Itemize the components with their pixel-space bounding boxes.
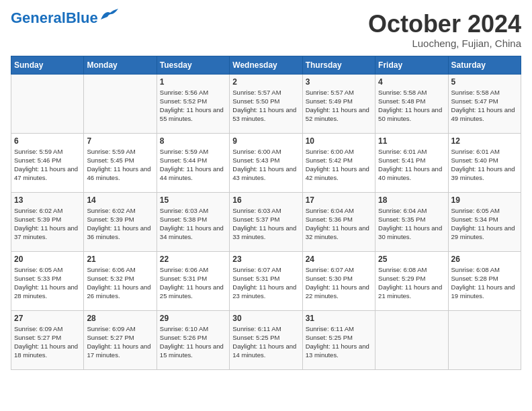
- calendar-cell: [375, 310, 448, 369]
- day-daylight: Daylight: 11 hours and 22 minutes.: [306, 283, 369, 300]
- day-sunset: Sunset: 5:29 PM: [378, 275, 425, 282]
- day-sunrise: Sunrise: 5:57 AM: [232, 89, 281, 96]
- day-daylight: Daylight: 11 hours and 28 minutes.: [14, 283, 78, 300]
- day-sunset: Sunset: 5:42 PM: [306, 156, 353, 164]
- day-number: 17: [306, 195, 372, 205]
- day-sunset: Sunset: 5:27 PM: [87, 334, 134, 341]
- calendar-body: 1 Sunrise: 5:56 AM Sunset: 5:52 PM Dayli…: [11, 74, 521, 369]
- day-daylight: Daylight: 11 hours and 15 minutes.: [160, 342, 224, 359]
- calendar-cell: 14 Sunrise: 6:02 AM Sunset: 5:39 PM Dayl…: [84, 192, 157, 251]
- day-sunrise: Sunrise: 6:11 AM: [232, 325, 281, 332]
- weekday-header: Thursday: [302, 56, 375, 74]
- day-sunrise: Sunrise: 5:59 AM: [87, 148, 135, 155]
- day-daylight: Daylight: 11 hours and 36 minutes.: [87, 224, 150, 240]
- day-sunset: Sunset: 5:30 PM: [306, 275, 353, 282]
- day-number: 1: [160, 77, 226, 87]
- title-block: October 2024 Luocheng, Fujian, China: [368, 11, 521, 49]
- calendar-cell: [448, 310, 521, 369]
- day-daylight: Daylight: 11 hours and 13 minutes.: [306, 342, 369, 359]
- calendar-cell: 23 Sunrise: 6:07 AM Sunset: 5:31 PM Dayl…: [230, 251, 302, 310]
- day-daylight: Daylight: 11 hours and 37 minutes.: [14, 224, 78, 240]
- day-daylight: Daylight: 11 hours and 46 minutes.: [87, 165, 150, 181]
- day-sunset: Sunset: 5:28 PM: [451, 275, 498, 282]
- day-sunset: Sunset: 5:38 PM: [160, 216, 207, 223]
- day-number: 8: [160, 136, 226, 146]
- calendar-cell: 15 Sunrise: 6:03 AM Sunset: 5:38 PM Dayl…: [157, 192, 229, 251]
- day-sunset: Sunset: 5:43 PM: [232, 156, 279, 164]
- day-sunrise: Sunrise: 5:59 AM: [14, 148, 62, 155]
- day-number: 31: [306, 314, 372, 323]
- calendar-cell: 2 Sunrise: 5:57 AM Sunset: 5:50 PM Dayli…: [230, 74, 302, 133]
- calendar-cell: 27 Sunrise: 6:09 AM Sunset: 5:27 PM Dayl…: [11, 310, 84, 369]
- day-sunset: Sunset: 5:34 PM: [451, 216, 498, 223]
- day-number: 10: [306, 136, 372, 146]
- calendar-cell: 26 Sunrise: 6:08 AM Sunset: 5:28 PM Dayl…: [448, 251, 521, 310]
- calendar-week-row: 13 Sunrise: 6:02 AM Sunset: 5:39 PM Dayl…: [11, 192, 521, 251]
- day-daylight: Daylight: 11 hours and 44 minutes.: [160, 165, 224, 181]
- calendar-cell: 16 Sunrise: 6:03 AM Sunset: 5:37 PM Dayl…: [230, 192, 302, 251]
- day-sunset: Sunset: 5:44 PM: [160, 156, 207, 164]
- calendar-table: SundayMondayTuesdayWednesdayThursdayFrid…: [11, 56, 521, 370]
- day-sunset: Sunset: 5:26 PM: [160, 334, 207, 341]
- day-number: 25: [378, 255, 445, 264]
- day-sunrise: Sunrise: 6:09 AM: [87, 325, 135, 332]
- day-daylight: Daylight: 11 hours and 53 minutes.: [232, 106, 296, 122]
- calendar-cell: 20 Sunrise: 6:05 AM Sunset: 5:33 PM Dayl…: [11, 251, 84, 310]
- calendar-cell: 3 Sunrise: 5:57 AM Sunset: 5:49 PM Dayli…: [302, 74, 375, 133]
- day-sunrise: Sunrise: 6:07 AM: [306, 266, 354, 273]
- day-number: 4: [378, 77, 445, 87]
- day-sunrise: Sunrise: 6:05 AM: [14, 266, 62, 273]
- calendar-cell: 31 Sunrise: 6:11 AM Sunset: 5:25 PM Dayl…: [302, 310, 375, 369]
- day-number: 23: [232, 255, 299, 264]
- day-sunset: Sunset: 5:47 PM: [451, 97, 498, 105]
- calendar-cell: 11 Sunrise: 6:01 AM Sunset: 5:41 PM Dayl…: [375, 133, 448, 192]
- day-sunset: Sunset: 5:27 PM: [14, 334, 61, 341]
- day-number: 28: [87, 314, 153, 323]
- calendar-cell: 9 Sunrise: 6:00 AM Sunset: 5:43 PM Dayli…: [230, 133, 302, 192]
- day-sunrise: Sunrise: 6:07 AM: [232, 266, 281, 273]
- calendar-cell: 21 Sunrise: 6:06 AM Sunset: 5:32 PM Dayl…: [84, 251, 157, 310]
- day-sunrise: Sunrise: 6:00 AM: [232, 148, 281, 155]
- day-daylight: Daylight: 11 hours and 19 minutes.: [451, 283, 515, 300]
- calendar-cell: 25 Sunrise: 6:08 AM Sunset: 5:29 PM Dayl…: [375, 251, 448, 310]
- day-daylight: Daylight: 11 hours and 26 minutes.: [87, 283, 150, 300]
- day-number: 18: [378, 195, 445, 205]
- day-daylight: Daylight: 11 hours and 18 minutes.: [14, 342, 78, 359]
- day-number: 26: [451, 255, 518, 264]
- day-daylight: Daylight: 11 hours and 50 minutes.: [378, 106, 442, 122]
- calendar-cell: 30 Sunrise: 6:11 AM Sunset: 5:25 PM Dayl…: [230, 310, 302, 369]
- day-sunset: Sunset: 5:32 PM: [87, 275, 134, 282]
- calendar-week-row: 20 Sunrise: 6:05 AM Sunset: 5:33 PM Dayl…: [11, 251, 521, 310]
- calendar-cell: 18 Sunrise: 6:04 AM Sunset: 5:35 PM Dayl…: [375, 192, 448, 251]
- day-sunset: Sunset: 5:25 PM: [306, 334, 353, 341]
- calendar-week-row: 27 Sunrise: 6:09 AM Sunset: 5:27 PM Dayl…: [11, 310, 521, 369]
- day-sunrise: Sunrise: 5:58 AM: [378, 89, 427, 96]
- day-sunset: Sunset: 5:48 PM: [378, 97, 425, 105]
- day-sunrise: Sunrise: 6:02 AM: [87, 207, 135, 214]
- day-sunrise: Sunrise: 6:11 AM: [306, 325, 354, 332]
- calendar-cell: 4 Sunrise: 5:58 AM Sunset: 5:48 PM Dayli…: [375, 74, 448, 133]
- weekday-header: Friday: [375, 56, 448, 74]
- day-sunrise: Sunrise: 6:00 AM: [306, 148, 354, 155]
- day-number: 27: [14, 314, 81, 323]
- calendar-cell: [84, 74, 157, 133]
- weekday-header: Tuesday: [157, 56, 229, 74]
- day-sunset: Sunset: 5:46 PM: [14, 156, 61, 164]
- day-sunrise: Sunrise: 6:08 AM: [378, 266, 427, 273]
- day-sunrise: Sunrise: 5:58 AM: [451, 89, 500, 96]
- calendar-cell: 10 Sunrise: 6:00 AM Sunset: 5:42 PM Dayl…: [302, 133, 375, 192]
- calendar-cell: [11, 74, 84, 133]
- day-daylight: Daylight: 11 hours and 17 minutes.: [87, 342, 150, 359]
- page-header: GeneralBlue October 2024 Luocheng, Fujia…: [11, 11, 521, 49]
- calendar-cell: 13 Sunrise: 6:02 AM Sunset: 5:39 PM Dayl…: [11, 192, 84, 251]
- calendar-cell: 1 Sunrise: 5:56 AM Sunset: 5:52 PM Dayli…: [157, 74, 229, 133]
- day-daylight: Daylight: 11 hours and 21 minutes.: [378, 283, 442, 300]
- day-sunrise: Sunrise: 6:10 AM: [160, 325, 208, 332]
- calendar-cell: 12 Sunrise: 6:01 AM Sunset: 5:40 PM Dayl…: [448, 133, 521, 192]
- logo-bird-icon: [99, 7, 121, 22]
- day-sunset: Sunset: 5:39 PM: [14, 216, 61, 223]
- day-number: 29: [160, 314, 226, 323]
- day-sunset: Sunset: 5:39 PM: [87, 216, 134, 223]
- calendar-cell: 5 Sunrise: 5:58 AM Sunset: 5:47 PM Dayli…: [448, 74, 521, 133]
- day-sunrise: Sunrise: 5:56 AM: [160, 89, 208, 96]
